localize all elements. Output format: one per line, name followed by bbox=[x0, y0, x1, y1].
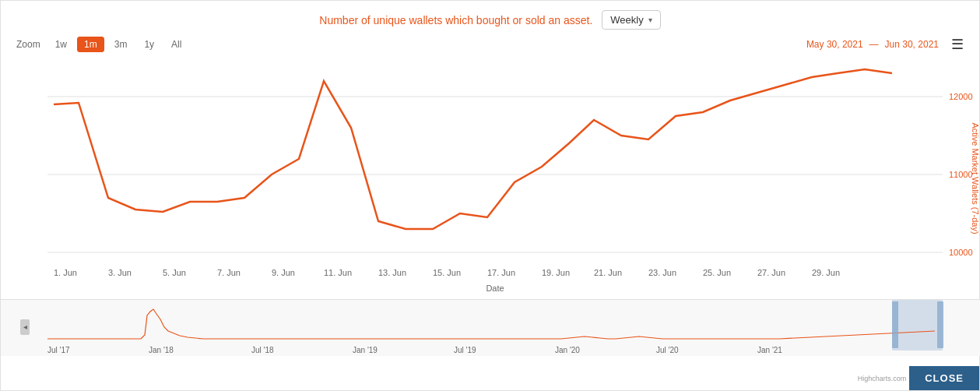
y-label-10000: 10000 bbox=[949, 248, 973, 257]
x-tick-7jun: 7. Jun bbox=[217, 268, 241, 277]
nav-jan19: Jan '19 bbox=[353, 346, 378, 354]
nav-jan20: Jan '20 bbox=[555, 346, 580, 354]
nav-jan21: Jan '21 bbox=[757, 346, 782, 354]
nav-jan18: Jan '18 bbox=[149, 346, 174, 354]
date-start: May 30, 2021 bbox=[806, 39, 863, 50]
nav-handle-right[interactable] bbox=[937, 301, 943, 348]
chart-title: Number of unique wallets which bought or… bbox=[319, 14, 592, 26]
nav-jul19: Jul '19 bbox=[454, 346, 476, 354]
bottom-bar: Highcharts.com CLOSE bbox=[1, 366, 979, 390]
x-tick-29jun: 29. Jun bbox=[812, 268, 840, 277]
interval-dropdown[interactable]: Weekly ▾ bbox=[602, 10, 660, 30]
nav-jul20: Jul '20 bbox=[656, 346, 679, 354]
x-tick-15jun: 15. Jun bbox=[433, 268, 461, 277]
x-tick-21jun: 21. Jun bbox=[594, 268, 622, 277]
date-range: May 30, 2021 — Jun 30, 2021 bbox=[806, 39, 939, 50]
x-tick-11jun: 11. Jun bbox=[324, 268, 352, 277]
x-tick-3jun: 3. Jun bbox=[108, 268, 132, 277]
x-tick-19jun: 19. Jun bbox=[542, 268, 570, 277]
navigator-area: Jul '17 Jan '18 Jul '18 Jan '19 Jul '19 … bbox=[1, 299, 979, 355]
x-tick-25jun: 25. Jun bbox=[703, 268, 731, 277]
zoom-1w[interactable]: 1w bbox=[48, 37, 74, 52]
y-label-11000: 11000 bbox=[949, 170, 973, 179]
x-tick-17jun: 17. Jun bbox=[487, 268, 515, 277]
x-tick-27jun: 27. Jun bbox=[757, 268, 785, 277]
svg-rect-3 bbox=[1, 300, 980, 356]
x-axis-label: Date bbox=[486, 284, 504, 293]
nav-jul18: Jul '18 bbox=[251, 346, 274, 354]
x-tick-23jun: 23. Jun bbox=[648, 268, 676, 277]
navigator-svg: Jul '17 Jan '18 Jul '18 Jan '19 Jul '19 … bbox=[1, 300, 980, 356]
date-separator: — bbox=[869, 39, 879, 50]
hamburger-icon[interactable]: ☰ bbox=[951, 36, 964, 53]
navigator-selection[interactable] bbox=[892, 300, 943, 350]
nav-jul17: Jul '17 bbox=[47, 346, 70, 354]
zoom-1m[interactable]: 1m bbox=[77, 37, 104, 52]
date-end: Jun 30, 2021 bbox=[885, 39, 939, 50]
chart-line bbox=[54, 69, 892, 229]
zoom-controls: Zoom 1w 1m 3m 1y All bbox=[16, 37, 188, 52]
zoom-row: Zoom 1w 1m 3m 1y All May 30, 2021 — Jun … bbox=[1, 34, 979, 55]
scroll-left-icon: ◂ bbox=[23, 322, 27, 331]
zoom-all[interactable]: All bbox=[164, 37, 188, 52]
zoom-1y[interactable]: 1y bbox=[137, 37, 161, 52]
y-label-12000: 12000 bbox=[949, 92, 973, 101]
x-tick-5jun: 5. Jun bbox=[163, 268, 186, 277]
zoom-3m[interactable]: 3m bbox=[107, 37, 135, 52]
zoom-label: Zoom bbox=[16, 39, 40, 50]
nav-handle-left[interactable] bbox=[892, 301, 898, 348]
y-axis-label: Active Market Wallets (7-day) bbox=[971, 122, 980, 234]
dropdown-label: Weekly bbox=[610, 14, 643, 26]
x-tick-1jun: 1. Jun bbox=[54, 268, 77, 277]
x-tick-9jun: 9. Jun bbox=[272, 268, 295, 277]
main-chart-svg: 12000 11000 10000 Active Market Wallets … bbox=[1, 58, 980, 299]
close-button[interactable]: CLOSE bbox=[909, 366, 979, 390]
highcharts-credit: Highcharts.com bbox=[855, 373, 910, 384]
chart-header: Number of unique wallets which bought or… bbox=[1, 1, 979, 34]
chevron-down-icon: ▾ bbox=[648, 16, 652, 24]
x-tick-13jun: 13. Jun bbox=[378, 268, 406, 277]
chart-container: Number of unique wallets which bought or… bbox=[0, 0, 980, 391]
